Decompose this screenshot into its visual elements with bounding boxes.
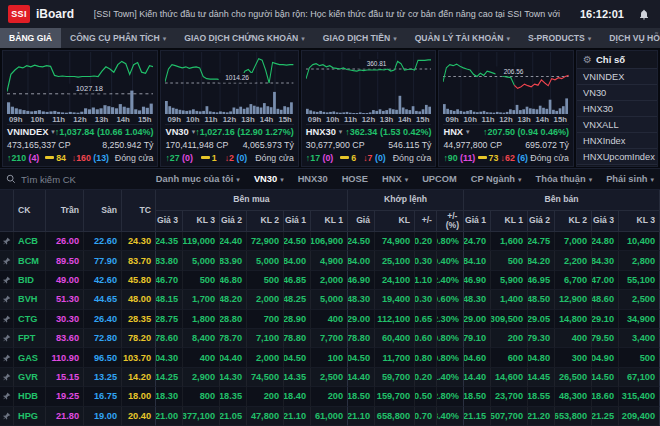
sell-price-3[interactable]: 24.80 — [592, 232, 619, 251]
col-header-sell-vol-2[interactable]: KL 2 — [555, 211, 592, 232]
sell-price-1[interactable]: 48.30 — [464, 290, 491, 309]
buy-price-3[interactable]: 28.75 — [156, 310, 183, 329]
col-header-reference[interactable]: TC — [122, 190, 156, 232]
symbol-search[interactable] — [6, 174, 142, 185]
ticker[interactable]: BID — [14, 271, 46, 290]
search-input[interactable] — [21, 174, 141, 185]
match-price[interactable]: 84.00 — [348, 251, 375, 270]
tab-danh-mục-của-tôi[interactable]: Danh mục của tôi▾ — [156, 174, 240, 184]
pin-button[interactable] — [0, 232, 14, 251]
buy-price-2[interactable]: 18.35 — [220, 387, 247, 406]
sell-price-1[interactable]: 84.10 — [464, 251, 491, 270]
reference-price[interactable]: 24.30 — [122, 232, 156, 251]
col-header-ceiling[interactable]: Trần — [46, 190, 84, 232]
reference-price[interactable]: 83.70 — [122, 251, 156, 270]
buy-price-1[interactable]: 18.40 — [284, 387, 311, 406]
col-header-sell-price-2[interactable]: Giá 2 — [528, 211, 555, 232]
col-header-buy-price-3[interactable]: Giá 3 — [156, 211, 183, 232]
sell-price-1[interactable]: 104.60 — [464, 348, 491, 367]
col-header-floor[interactable]: Sàn — [84, 190, 122, 232]
col-header-ticker[interactable]: CK — [14, 190, 46, 232]
floor-price[interactable]: 42.60 — [84, 271, 122, 290]
match-price[interactable]: 29.00 — [348, 310, 375, 329]
pin-button[interactable] — [0, 368, 14, 387]
sell-price-2[interactable]: 21.20 — [528, 407, 555, 426]
col-header-buy-vol-2[interactable]: KL 2 — [247, 211, 284, 232]
ticker[interactable]: ACB — [14, 232, 46, 251]
reference-price[interactable]: 28.35 — [122, 310, 156, 329]
buy-price-2[interactable]: 46.80 — [220, 271, 247, 290]
ticker[interactable]: GAS — [14, 348, 46, 367]
ceiling-price[interactable]: 15.15 — [46, 368, 84, 387]
buy-price-2[interactable]: 104.40 — [220, 348, 247, 367]
col-header-sell-price-3[interactable]: Giá 3 — [592, 211, 619, 232]
ceiling-price[interactable]: 83.60 — [46, 329, 84, 348]
index-name[interactable]: VNINDEX▾ — [7, 127, 55, 137]
buy-price-1[interactable]: 14.35 — [284, 368, 311, 387]
sell-price-2[interactable]: 18.55 — [528, 387, 555, 406]
menu-item-quan-ly-tai-khoan[interactable]: QUẢN LÝ TÀI KHOẢN▾ — [406, 28, 519, 48]
sell-price-2[interactable]: 24.75 — [528, 232, 555, 251]
sidebar-index-vnindex[interactable]: VNINDEX — [577, 69, 657, 85]
reference-price[interactable]: 18.00 — [122, 387, 156, 406]
sidebar-index-hnxupcomindex[interactable]: HNXUpcomIndex — [577, 149, 657, 165]
match-price[interactable]: 48.30 — [348, 290, 375, 309]
tab-upcom[interactable]: UPCOM — [422, 174, 457, 184]
buy-price-1[interactable]: 24.50 — [284, 232, 311, 251]
sell-price-2[interactable]: 14.45 — [528, 368, 555, 387]
sell-price-1[interactable]: 29.00 — [464, 310, 491, 329]
sidebar-index-vnxall[interactable]: VNXALL — [577, 117, 657, 133]
sell-price-1[interactable]: 18.50 — [464, 387, 491, 406]
index-name[interactable]: VN30▾ — [165, 127, 195, 137]
reference-price[interactable]: 48.00 — [122, 290, 156, 309]
ceiling-price[interactable]: 30.30 — [46, 310, 84, 329]
sell-price-1[interactable]: 79.10 — [464, 329, 491, 348]
buy-price-1[interactable]: 84.00 — [284, 251, 311, 270]
col-header-buy-vol-1[interactable]: KL 1 — [311, 211, 348, 232]
ceiling-price[interactable]: 110.90 — [46, 348, 84, 367]
pin-button[interactable] — [0, 251, 14, 270]
ceiling-price[interactable]: 26.00 — [46, 232, 84, 251]
buy-price-2[interactable]: 14.30 — [220, 368, 247, 387]
sell-price-3[interactable]: 14.50 — [592, 368, 619, 387]
pin-button[interactable] — [0, 290, 14, 309]
sidebar-index-vn30[interactable]: VN30 — [577, 85, 657, 101]
menu-item-giao-dich-chung-khoan[interactable]: GIAO DỊCH CHỨNG KHOÁN▾ — [175, 28, 314, 48]
col-header-buy-price-1[interactable]: Giá 1 — [284, 211, 311, 232]
buy-price-3[interactable]: 78.60 — [156, 329, 183, 348]
reference-price[interactable]: 78.20 — [122, 329, 156, 348]
reference-price[interactable]: 14.20 — [122, 368, 156, 387]
menu-item-giao-dich-tien[interactable]: GIAO DỊCH TIỀN▾ — [314, 28, 406, 48]
intraday-chart[interactable]: 1014.26 — [165, 52, 293, 114]
sell-price-3[interactable]: 21.25 — [592, 407, 619, 426]
floor-price[interactable]: 26.40 — [84, 310, 122, 329]
buy-price-3[interactable]: 24.35 — [156, 232, 183, 251]
sell-price-1[interactable]: 21.15 — [464, 407, 491, 426]
buy-price-3[interactable]: 83.80 — [156, 251, 183, 270]
ceiling-price[interactable]: 49.00 — [46, 271, 84, 290]
pin-button[interactable] — [0, 310, 14, 329]
ticker[interactable]: FPT — [14, 329, 46, 348]
ceiling-price[interactable]: 19.25 — [46, 387, 84, 406]
match-price[interactable]: 18.50 — [348, 387, 375, 406]
match-price[interactable]: 46.90 — [348, 271, 375, 290]
buy-price-3[interactable]: 46.70 — [156, 271, 183, 290]
col-header-sell-vol-1[interactable]: KL 1 — [491, 211, 528, 232]
sell-price-3[interactable]: 84.30 — [592, 251, 619, 270]
pin-button[interactable] — [0, 348, 14, 367]
ticker[interactable]: CTG — [14, 310, 46, 329]
sell-price-3[interactable]: 29.10 — [592, 310, 619, 329]
ssi-logo[interactable]: SSI iBoard — [8, 5, 74, 23]
index-name[interactable]: HNX▾ — [443, 127, 469, 137]
pin-button[interactable] — [0, 407, 14, 426]
col-header-sell-vol-3[interactable]: KL 3 — [619, 211, 660, 232]
sell-price-3[interactable]: 48.60 — [592, 290, 619, 309]
menu-item-dich-vu-ho-tro[interactable]: DỊCH VỤ HỖ TRỢ▾ — [600, 28, 660, 48]
ticker[interactable]: GVR — [14, 368, 46, 387]
buy-price-1[interactable]: 28.90 — [284, 310, 311, 329]
floor-price[interactable]: 13.25 — [84, 368, 122, 387]
pin-button[interactable] — [0, 387, 14, 406]
sell-price-1[interactable]: 46.90 — [464, 271, 491, 290]
sell-price-2[interactable]: 46.95 — [528, 271, 555, 290]
index-name[interactable]: HNX30▾ — [306, 127, 343, 137]
